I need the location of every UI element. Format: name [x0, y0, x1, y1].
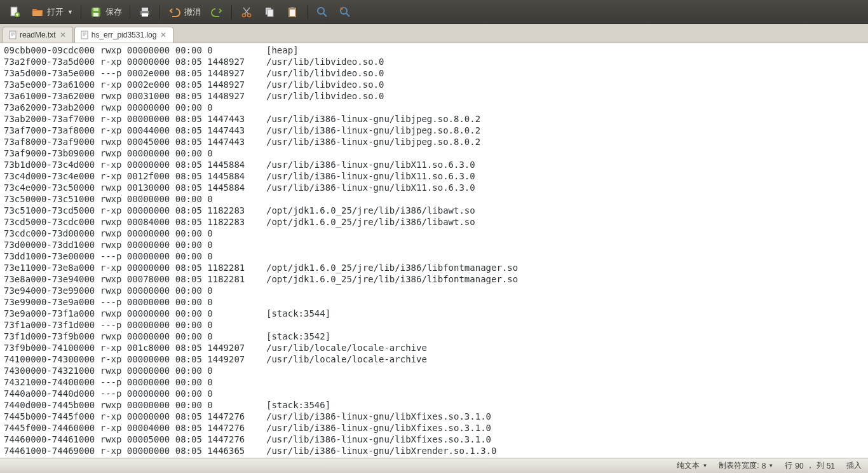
editor-area[interactable]: 09cbb000-09cdc000 rwxp 00000000 00:00 0 … [0, 43, 868, 458]
insert-mode-label: 插入 [846, 460, 862, 471]
replace-icon [338, 5, 352, 19]
svg-rect-11 [268, 10, 273, 17]
find-icon [315, 5, 329, 19]
open-button[interactable]: 打开 ▼ [27, 3, 77, 22]
open-folder-icon [31, 5, 44, 19]
separator [159, 5, 160, 19]
close-icon[interactable]: ✕ [159, 31, 168, 39]
separator [307, 5, 308, 19]
cut-button[interactable] [236, 3, 257, 22]
tab-readme[interactable]: readMe.txt ✕ [3, 27, 73, 43]
syntax-label: 纯文本 [677, 460, 700, 471]
paste-icon [285, 5, 299, 19]
svg-rect-4 [93, 13, 98, 17]
replace-button[interactable] [334, 3, 356, 22]
line-value: 90 [795, 462, 803, 470]
svg-rect-17 [10, 31, 16, 39]
svg-rect-13 [290, 7, 294, 9]
cut-icon [240, 5, 254, 19]
insert-mode[interactable]: 插入 [846, 460, 862, 471]
svg-rect-14 [290, 10, 295, 16]
save-label: 保存 [105, 6, 122, 18]
tab-width-value: 8 [762, 462, 766, 470]
cursor-position[interactable]: 行 90 ， 列 51 [785, 460, 835, 471]
tab-width-label: 制表符宽度: [719, 460, 759, 471]
close-icon[interactable]: ✕ [58, 31, 67, 39]
toolbar: 打开 ▼ 保存 撤消 [0, 0, 868, 24]
chevron-down-icon: ▼ [768, 463, 773, 469]
find-button[interactable] [311, 3, 333, 22]
save-icon [89, 5, 103, 19]
new-file-button[interactable] [4, 3, 25, 22]
text-file-icon [8, 31, 17, 39]
undo-icon [168, 5, 182, 19]
redo-button[interactable] [206, 3, 227, 22]
svg-rect-7 [142, 13, 148, 17]
tab-label: hs_err_pid3531.log [92, 31, 157, 39]
copy-button[interactable] [259, 3, 280, 22]
save-button[interactable]: 保存 [85, 3, 126, 22]
tab-width-selector[interactable]: 制表符宽度: 8 ▼ [719, 460, 773, 471]
svg-rect-18 [81, 31, 88, 39]
line-label: 行 [785, 460, 792, 471]
undo-button[interactable]: 撤消 [164, 3, 205, 22]
copy-icon [262, 5, 276, 19]
open-label: 打开 [47, 6, 64, 18]
col-sep: ， [806, 460, 814, 471]
tab-label: readMe.txt [20, 31, 56, 39]
svg-point-15 [318, 8, 324, 14]
print-icon [138, 5, 152, 19]
chevron-down-icon: ▼ [702, 463, 707, 469]
tab-bar: readMe.txt ✕ hs_err_pid3531.log ✕ [0, 24, 868, 43]
separator [231, 5, 232, 19]
svg-rect-3 [93, 8, 98, 11]
separator [81, 5, 81, 19]
status-bar: 纯文本 ▼ 制表符宽度: 8 ▼ 行 90 ， 列 51 插入 [0, 458, 868, 473]
svg-rect-5 [142, 8, 148, 11]
undo-label: 撤消 [184, 6, 201, 18]
separator [130, 5, 130, 19]
col-value: 51 [827, 462, 835, 470]
tab-hserr[interactable]: hs_err_pid3531.log ✕ [74, 27, 174, 43]
print-button[interactable] [134, 3, 156, 22]
chevron-down-icon: ▼ [67, 9, 73, 15]
syntax-selector[interactable]: 纯文本 ▼ [677, 460, 707, 471]
paste-button[interactable] [281, 3, 303, 22]
redo-icon [210, 5, 224, 19]
new-file-icon [8, 5, 22, 19]
col-label: 列 [817, 460, 824, 471]
text-file-icon [80, 31, 89, 39]
